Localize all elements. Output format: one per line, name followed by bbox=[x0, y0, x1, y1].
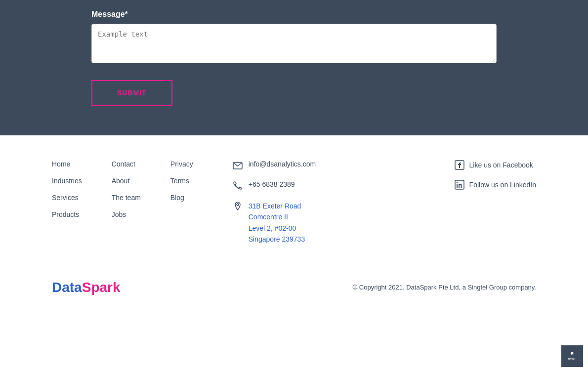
message-label: Message* bbox=[91, 10, 497, 19]
email-icon bbox=[233, 161, 243, 170]
address-text: 31B Exeter Road Comcentre II Level 2, #0… bbox=[249, 201, 305, 245]
phone-text: +65 6838 2389 bbox=[249, 180, 295, 188]
address-line4[interactable]: Singapore 239733 bbox=[249, 234, 305, 245]
email-row: info@dsanalytics.com bbox=[233, 160, 435, 170]
nav-link-industries[interactable]: Industries bbox=[52, 177, 82, 185]
svg-rect-4 bbox=[457, 184, 458, 188]
nav-link-privacy[interactable]: Privacy bbox=[170, 160, 193, 168]
location-icon bbox=[233, 201, 243, 211]
nav-link-services[interactable]: Services bbox=[52, 194, 82, 202]
address-line2[interactable]: Comcentre II bbox=[249, 211, 305, 222]
nav-link-blog[interactable]: Blog bbox=[170, 194, 193, 202]
footer-nav-col1: Home Industries Services Products bbox=[52, 160, 82, 245]
phone-icon bbox=[233, 181, 243, 191]
footer-nav-col2: Contact About The team Jobs bbox=[112, 160, 141, 245]
footer-nav: Home Industries Services Products Contac… bbox=[52, 160, 193, 245]
facebook-row: Like us on Facebook bbox=[455, 160, 536, 170]
address-line1[interactable]: 31B Exeter Road bbox=[249, 201, 305, 211]
svg-point-1 bbox=[237, 204, 239, 206]
nav-link-about[interactable]: About bbox=[112, 177, 141, 185]
dataspark-logo[interactable]: DataSpark bbox=[52, 280, 121, 295]
logo-spark-part: Spark bbox=[82, 280, 121, 295]
linkedin-label: Follow us on LinkedIn bbox=[469, 181, 536, 189]
nav-link-home[interactable]: Home bbox=[52, 160, 82, 168]
footer-social: Like us on Facebook Follow us on LinkedI… bbox=[435, 160, 536, 245]
linkedin-row: Follow us on LinkedIn bbox=[455, 180, 536, 190]
footer: Home Industries Services Products Contac… bbox=[0, 135, 588, 320]
message-textarea[interactable] bbox=[91, 24, 497, 63]
nav-link-the-team[interactable]: The team bbox=[112, 194, 141, 202]
copyright-text: © Copyright 2021. DataSpark Pte Ltd, a S… bbox=[353, 284, 536, 291]
svg-point-5 bbox=[456, 182, 457, 183]
logo-data-part: Data bbox=[52, 280, 82, 295]
address-line3[interactable]: Level 2, #02-00 bbox=[249, 223, 305, 234]
submit-button[interactable]: SUBMIT bbox=[91, 80, 172, 106]
nav-link-contact[interactable]: Contact bbox=[112, 160, 141, 168]
nav-link-products[interactable]: Products bbox=[52, 210, 82, 218]
form-section: Message* SUBMIT bbox=[0, 0, 588, 135]
phone-row: +65 6838 2389 bbox=[233, 180, 435, 191]
nav-link-jobs[interactable]: Jobs bbox=[112, 210, 141, 218]
email-text: info@dsanalytics.com bbox=[249, 160, 316, 168]
facebook-label: Like us on Facebook bbox=[469, 161, 533, 169]
footer-bottom-bar: DataSpark © Copyright 2021. DataSpark Pt… bbox=[22, 270, 566, 305]
nav-link-terms[interactable]: Terms bbox=[170, 177, 193, 185]
address-row: 31B Exeter Road Comcentre II Level 2, #0… bbox=[233, 201, 435, 245]
linkedin-icon bbox=[455, 180, 464, 190]
facebook-icon bbox=[455, 160, 464, 170]
footer-nav-col3: Privacy Terms Blog bbox=[170, 160, 193, 245]
footer-contact-info: info@dsanalytics.com +65 6838 2389 bbox=[193, 160, 435, 245]
